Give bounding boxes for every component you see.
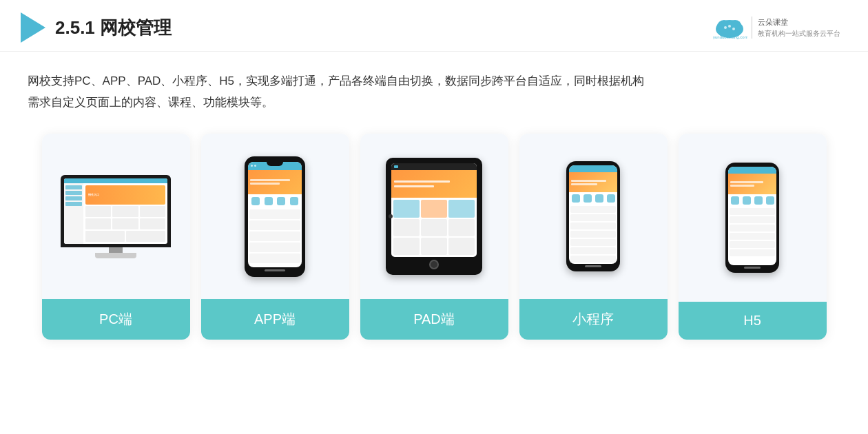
logo-triangle-icon <box>21 12 45 43</box>
pc-stand-neck <box>109 247 123 253</box>
card-pc: 招生入口 <box>42 134 190 340</box>
card-h5: H5 <box>679 134 827 340</box>
card-pad-label: PAD端 <box>360 299 508 340</box>
device-pc-mockup: 招生入口 <box>57 175 174 258</box>
pad-camera <box>389 214 393 218</box>
pc-stand-base <box>95 253 136 258</box>
card-pad: PAD端 <box>360 134 508 340</box>
miniphone-screen <box>569 165 617 264</box>
device-pad-mockup <box>386 158 482 275</box>
brand-tagline: 云朵课堂 教育机构一站式服务云平台 <box>752 17 840 39</box>
h5-home-bar <box>744 267 761 269</box>
pc-screen: 招生入口 <box>64 178 167 244</box>
pc-monitor: 招生入口 <box>61 175 171 247</box>
device-miniapp-mockup <box>566 161 620 271</box>
svg-text:yunduoketang.com: yunduoketang.com <box>713 35 747 39</box>
description-text: 网校支持PC、APP、PAD、小程序、H5，实现多端打通，产品各终端自由切换，数… <box>28 71 840 113</box>
card-h5-image <box>679 134 827 302</box>
card-pc-label: PC端 <box>42 299 190 340</box>
phone-home-bar <box>265 269 285 271</box>
brand-icon: yunduoketang.com <box>712 14 747 41</box>
device-app-mockup <box>245 156 305 277</box>
page-header: 2.5.1 网校管理 yunduoketang.com 云朵课堂 教育机构一站式… <box>0 0 868 52</box>
svg-point-3 <box>724 26 727 29</box>
phone-notch <box>267 162 283 166</box>
page-title: 2.5.1 网校管理 <box>55 16 172 40</box>
header-left: 2.5.1 网校管理 <box>21 12 172 43</box>
card-app-label: APP端 <box>201 299 349 340</box>
card-miniapp-label: 小程序 <box>519 299 668 340</box>
svg-point-5 <box>732 28 735 30</box>
card-pc-image: 招生入口 <box>42 134 190 299</box>
svg-point-4 <box>728 25 731 28</box>
brand-logo: yunduoketang.com 云朵课堂 教育机构一站式服务云平台 <box>712 14 840 41</box>
card-h5-label: H5 <box>679 302 827 340</box>
card-app-image <box>201 134 349 299</box>
device-cards-section: 招生入口 <box>0 127 868 353</box>
pad-screen <box>391 163 477 257</box>
description-section: 网校支持PC、APP、PAD、小程序、H5，实现多端打通，产品各终端自由切换，数… <box>0 52 868 127</box>
card-miniapp: 小程序 <box>519 134 668 340</box>
card-pad-image <box>360 134 508 299</box>
device-h5-mockup <box>725 163 779 273</box>
miniphone-home-bar <box>585 265 601 267</box>
phone-screen <box>248 162 302 267</box>
card-app: APP端 <box>201 134 349 340</box>
pad-home-button <box>429 260 439 269</box>
card-miniapp-image <box>519 134 668 299</box>
h5-screen <box>728 167 776 265</box>
